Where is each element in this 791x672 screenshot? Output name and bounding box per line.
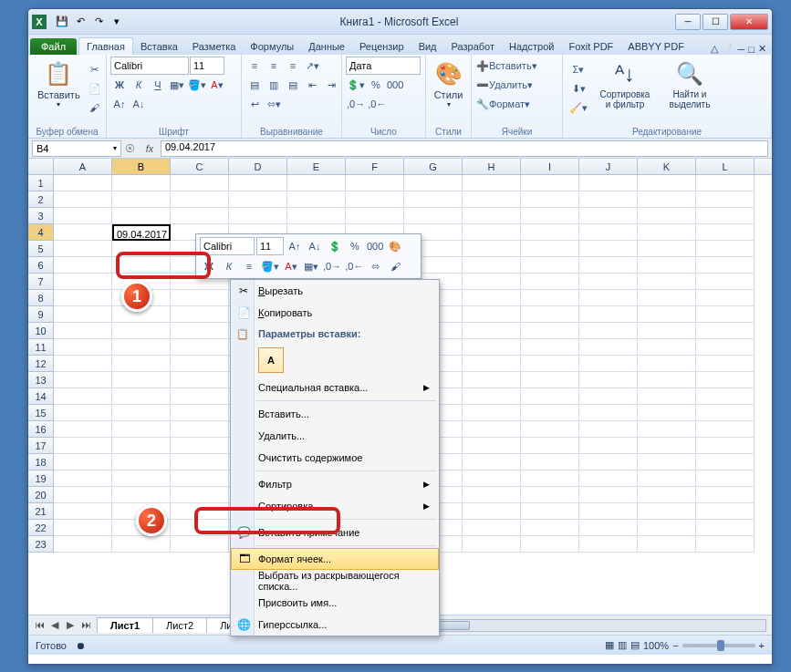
cell[interactable] xyxy=(112,208,171,224)
mini-dec-inc-icon[interactable]: ,0→ xyxy=(322,257,342,275)
cell[interactable] xyxy=(54,306,112,323)
cell[interactable] xyxy=(463,405,521,421)
cells-insert-button[interactable]: ➕ Вставить ▾ xyxy=(475,57,538,75)
cell[interactable] xyxy=(463,241,521,257)
cell[interactable] xyxy=(171,454,229,470)
row-header[interactable]: 8 xyxy=(28,290,54,306)
cell[interactable] xyxy=(638,306,696,323)
ctx-paste-special[interactable]: Специальная вставка...▶ xyxy=(231,377,439,398)
cells-delete-button[interactable]: ➖ Удалить ▾ xyxy=(475,76,534,94)
cell[interactable] xyxy=(521,339,579,356)
row-header[interactable]: 4 xyxy=(28,224,54,241)
cell[interactable] xyxy=(579,356,638,372)
cell[interactable] xyxy=(696,421,755,438)
cell[interactable] xyxy=(287,208,346,224)
italic-button[interactable]: К xyxy=(130,76,148,94)
col-header[interactable]: C xyxy=(171,159,229,174)
file-tab[interactable]: Файл xyxy=(30,38,77,55)
tab-formulas[interactable]: Формулы xyxy=(243,38,301,55)
cell[interactable] xyxy=(171,290,229,306)
cell[interactable] xyxy=(463,208,521,224)
cell[interactable] xyxy=(696,487,755,503)
mini-dec-dec-icon[interactable]: ,0← xyxy=(344,257,364,275)
ctx-clear[interactable]: Очистить содержимое xyxy=(231,447,439,469)
find-select-button[interactable]: 🔍 Найти и выделить xyxy=(658,57,722,117)
cell[interactable] xyxy=(112,241,171,257)
cell[interactable] xyxy=(579,241,638,257)
ctx-filter[interactable]: Фильтр▶ xyxy=(231,473,439,495)
row-header[interactable]: 16 xyxy=(28,421,54,438)
cell[interactable] xyxy=(696,356,755,372)
qat-dropdown-icon[interactable]: ▾ xyxy=(109,14,125,30)
cell[interactable] xyxy=(696,405,755,421)
cell[interactable] xyxy=(463,421,521,438)
cell[interactable] xyxy=(463,520,521,536)
paste-default-button[interactable]: A xyxy=(258,347,284,373)
cell[interactable] xyxy=(54,405,112,421)
row-header[interactable]: 13 xyxy=(28,372,54,388)
help-icon[interactable]: ❔ xyxy=(722,43,734,55)
cell[interactable] xyxy=(579,290,638,306)
cell[interactable] xyxy=(638,503,696,520)
cell[interactable] xyxy=(112,405,171,421)
cell[interactable] xyxy=(579,520,638,536)
cell[interactable] xyxy=(521,372,579,388)
cell[interactable] xyxy=(521,487,579,503)
tab-home[interactable]: Главная xyxy=(78,37,133,55)
row-header[interactable]: 7 xyxy=(28,274,54,290)
cell[interactable] xyxy=(579,257,638,274)
cut-icon[interactable]: ✂ xyxy=(86,60,104,78)
cell[interactable] xyxy=(112,487,171,503)
cell[interactable] xyxy=(579,470,638,487)
cell[interactable] xyxy=(579,339,638,356)
tab-addins[interactable]: Надстрой xyxy=(502,38,561,55)
cell[interactable] xyxy=(521,454,579,470)
align-bottom-icon[interactable]: ≡ xyxy=(284,57,302,75)
row-header[interactable]: 5 xyxy=(28,241,54,257)
cell[interactable] xyxy=(638,224,696,241)
mini-merge-icon[interactable]: ⬄ xyxy=(366,257,384,275)
cell[interactable] xyxy=(463,323,521,339)
cell[interactable] xyxy=(54,175,112,191)
cell[interactable] xyxy=(463,274,521,290)
cell[interactable] xyxy=(638,405,696,421)
cell[interactable] xyxy=(171,175,229,191)
mini-currency-icon[interactable]: 💲 xyxy=(326,237,344,255)
sheet-tab[interactable]: Лист1 xyxy=(97,617,153,633)
currency-icon[interactable]: 💲▾ xyxy=(346,76,366,94)
cell[interactable] xyxy=(287,191,346,208)
cell[interactable] xyxy=(521,175,579,191)
cell[interactable] xyxy=(696,257,755,274)
cell[interactable] xyxy=(54,421,112,438)
row-header[interactable]: 14 xyxy=(28,388,54,405)
cell[interactable] xyxy=(54,356,112,372)
clear-icon[interactable]: 🧹▾ xyxy=(568,98,588,117)
tab-abbyy[interactable]: ABBYY PDF xyxy=(620,38,692,55)
mini-align-icon[interactable]: ≡ xyxy=(240,257,258,275)
paste-button[interactable]: 📋 Вставить ▾ xyxy=(32,57,86,117)
cell[interactable] xyxy=(112,257,171,274)
cell[interactable] xyxy=(521,536,579,553)
row-header[interactable]: 21 xyxy=(28,503,54,520)
cell[interactable] xyxy=(521,470,579,487)
cell[interactable] xyxy=(112,339,171,356)
cell[interactable] xyxy=(638,421,696,438)
cell[interactable] xyxy=(463,356,521,372)
row-header[interactable]: 22 xyxy=(28,520,54,536)
cell[interactable]: 09.04.2017 xyxy=(112,224,171,241)
cell[interactable] xyxy=(171,208,229,224)
cell[interactable] xyxy=(463,470,521,487)
cell[interactable] xyxy=(638,241,696,257)
save-icon[interactable]: 💾 xyxy=(54,14,70,30)
cell[interactable] xyxy=(54,224,112,241)
col-header[interactable]: L xyxy=(696,159,755,174)
tab-layout[interactable]: Разметка xyxy=(185,38,244,55)
cell[interactable] xyxy=(54,536,112,553)
col-header[interactable]: J xyxy=(579,159,638,174)
tab-data[interactable]: Данные xyxy=(301,38,352,55)
increase-decimal-icon[interactable]: ,0→ xyxy=(346,95,366,113)
redo-icon[interactable]: ↷ xyxy=(90,14,107,30)
cell[interactable] xyxy=(112,323,171,339)
col-header[interactable]: F xyxy=(346,159,404,174)
cell[interactable] xyxy=(463,175,521,191)
